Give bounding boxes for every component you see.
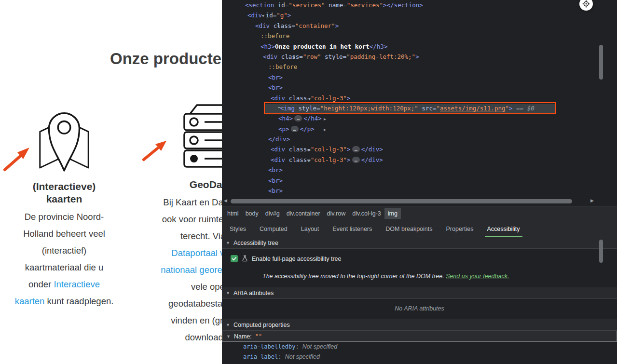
syntax-token: > <box>509 105 513 112</box>
aria-empty-message: No ARIA attributes <box>222 299 617 319</box>
ax-property-row: aria-labelledby: Not specified <box>222 342 617 352</box>
syntax-token: </div> <box>268 135 290 143</box>
syntax-token: "services" <box>288 1 325 9</box>
dom-tree-row[interactable]: <br> <box>222 82 610 93</box>
syntax-token: Onze producten in het kort <box>275 43 370 50</box>
dom-tree-row[interactable]: <h3>Onze producten in het kort</h3> <box>222 41 610 52</box>
breadcrumb-item[interactable]: div#g <box>262 208 283 219</box>
breadcrumb-item[interactable]: div.col-lg-3 <box>349 208 384 219</box>
syntax-token: <br> <box>268 84 283 91</box>
syntax-token: <section <box>245 1 274 9</box>
dom-tree-row[interactable]: ▸<div class="col-lg-3">…</div> <box>222 155 610 165</box>
syntax-token: "height:120px;width:120px;" <box>320 105 418 112</box>
section-label: Accessibility tree <box>233 240 278 246</box>
computed-name-row[interactable]: ▼ Name: "" <box>222 331 617 342</box>
dom-tree-row[interactable]: ▾<div class="col-lg-3"> <box>222 93 610 103</box>
scrollbar-thumb[interactable] <box>599 45 603 80</box>
dom-tree-row[interactable]: ⋯<img style="height:120px;width:120px;" … <box>222 103 610 113</box>
syntax-token: <p> <box>278 125 289 133</box>
breadcrumb-item[interactable]: body <box>242 208 262 219</box>
syntax-token: class <box>277 53 299 60</box>
tab-accessibility[interactable]: Accessibility <box>480 221 527 237</box>
syntax-token: " <box>505 105 509 112</box>
fullpage-ax-tree-checkbox[interactable] <box>231 255 238 262</box>
breadcrumb-item[interactable]: html <box>224 208 242 219</box>
syntax-token: = <box>307 156 311 163</box>
section-accessibility-tree[interactable]: ▼ Accessibility tree <box>222 237 617 249</box>
tab-dom-breakpoints[interactable]: DOM breakpoints <box>379 221 439 237</box>
notice-text: The accessibility tree moved to the top-… <box>262 273 446 280</box>
breadcrumb-item[interactable]: div.row <box>324 208 349 219</box>
syntax-token: </div> <box>361 156 383 163</box>
dom-tree-row[interactable]: ▸<h4>…</h4> <box>222 113 610 123</box>
tab-properties[interactable]: Properties <box>439 221 480 237</box>
syntax-token: = <box>343 1 347 9</box>
scroll-left-icon[interactable]: ◀ <box>224 198 227 203</box>
chevron-down-icon: ▼ <box>226 241 230 245</box>
syntax-token: "g" <box>276 12 288 19</box>
tab-event-listeners[interactable]: Event listeners <box>326 221 379 237</box>
devtools-panel: <section id="services" name="services"><… <box>222 0 617 364</box>
dom-tree-row[interactable]: ▾<div class="row" style="padding-left:20… <box>222 52 610 62</box>
scrollbar-thumb[interactable] <box>231 199 572 203</box>
section-label: ARIA attributes <box>233 290 274 297</box>
section-aria-attributes[interactable]: ▼ ARIA attributes <box>222 287 617 299</box>
scrollbar-thumb[interactable] <box>599 240 603 263</box>
expand-icon[interactable]: ▸ <box>324 127 326 132</box>
syntax-token: > <box>347 156 351 163</box>
dom-tree-row[interactable]: ▾<div id="g"> <box>222 10 610 20</box>
syntax-token: class <box>285 146 307 153</box>
syntax-token: </h4> <box>303 115 322 122</box>
expand-icon[interactable]: ▸ <box>324 116 326 121</box>
scroll-right-icon[interactable]: ▶ <box>590 198 594 203</box>
syntax-token[interactable]: … <box>352 157 360 163</box>
feedback-link[interactable]: Send us your feedback. <box>446 273 509 280</box>
text-link[interactable]: kaarten <box>15 296 45 306</box>
card-text-line: Holland beheert veel <box>0 225 128 242</box>
breadcrumb-item[interactable]: div.container <box>283 208 324 219</box>
syntax-token: "col-lg-3" <box>311 146 347 153</box>
syntax-token: <div <box>271 156 285 163</box>
syntax-token[interactable]: … <box>352 146 360 152</box>
tab-styles[interactable]: Styles <box>223 221 253 237</box>
card-text-line: (interactief) <box>0 242 128 259</box>
section-computed-properties[interactable]: ▼ Computed properties <box>222 319 617 331</box>
syntax-token[interactable]: … <box>291 126 299 132</box>
product-card: (Interactieve)kaarten De provincie Noord… <box>0 101 128 310</box>
dom-tree-row[interactable]: ▸<div class="col-lg-3">…</div> <box>222 144 610 154</box>
dom-tree-row[interactable]: <br> <box>222 175 610 186</box>
syntax-token: <h3> <box>261 43 275 50</box>
dom-tree-row[interactable]: <section id="services" name="services"><… <box>222 0 610 10</box>
dom-tree-row[interactable]: ::before <box>222 31 610 41</box>
elements-scrollbar[interactable] <box>599 0 603 196</box>
tab-layout[interactable]: Layout <box>294 221 326 237</box>
syntax-token[interactable]: … <box>294 115 302 121</box>
dom-tree-row[interactable]: </div> <box>222 134 610 144</box>
dom-tree-row[interactable]: ▸<p>…</p> <box>222 124 610 134</box>
horizontal-scrollbar[interactable]: ◀ ▶ <box>222 197 617 206</box>
map-pin-icon <box>0 101 128 174</box>
name-label: Name: <box>234 333 252 340</box>
dom-tree-row[interactable]: ::before <box>222 62 610 72</box>
text-link[interactable]: Interactieve <box>54 279 100 289</box>
syntax-token: id <box>274 1 285 9</box>
card-title: (Interactieve)kaarten <box>0 180 128 205</box>
dom-tree-row[interactable]: ▾<div class="container"> <box>222 21 610 31</box>
dom-tree-row[interactable]: <br> <box>222 186 610 196</box>
dom-tree-row[interactable]: <br> <box>222 165 610 175</box>
syntax-token: > <box>335 22 339 29</box>
syntax-token: = <box>307 146 311 153</box>
syntax-token: = <box>299 53 303 60</box>
tab-computed[interactable]: Computed <box>253 221 294 237</box>
syntax-token: <br> <box>268 74 283 81</box>
chevron-down-icon: ▼ <box>226 334 231 339</box>
card-text-line: De provincie Noord- <box>0 208 128 225</box>
syntax-token: = <box>316 105 320 112</box>
chevron-down-icon: ▼ <box>226 291 230 296</box>
fullpage-ax-tree-row: Enable full-page accessibility tree <box>222 249 617 267</box>
breadcrumb-item[interactable]: img <box>384 208 401 219</box>
syntax-token: > <box>347 94 351 102</box>
dom-tree-row[interactable]: <br> <box>222 72 610 82</box>
accessibility-scrollbar[interactable] <box>599 238 603 364</box>
card-text-line: kaartmateriaal die u <box>0 259 128 276</box>
